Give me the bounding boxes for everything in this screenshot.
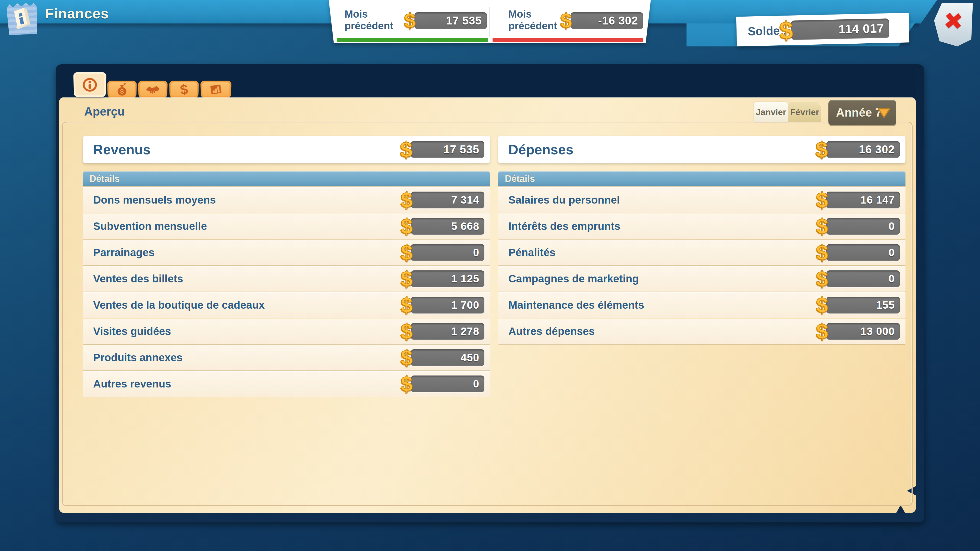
expenses-details-header: Détails [498,171,905,186]
amount-value: 1 700 [451,299,479,311]
currency-icon: $ [401,240,413,265]
handshake-icon [145,83,160,97]
prev-month-expense-label: Mois précédent [508,8,557,32]
currency-icon: $ [400,137,412,162]
currency-icon: $ [401,293,413,318]
year-label: Année 7 [836,106,882,119]
row-label: Produits annexes [93,351,183,364]
currency-icon: $ [401,345,413,370]
currency-icon: $ [779,16,794,44]
balance-banner: Solde : $ 114 017 [737,15,909,44]
row-label: Subvention mensuelle [93,220,207,232]
expense-indicator-bar [493,38,643,42]
amount-pill: $ 7 314 [411,192,484,208]
finance-row: Dons mensuels moyens $ 7 314 [83,187,490,213]
amount-pill: $ 450 [411,349,484,366]
amount-value: 1 278 [451,325,479,338]
close-icon: ✖ [943,7,964,35]
tab-overview[interactable] [73,72,107,97]
finances-book-icon [6,1,38,35]
currency-icon: $ [560,9,572,32]
finance-row: Maintenance des éléments $ 155 [498,292,905,318]
income-total-value: 17 535 [443,143,479,156]
amount-pill: $ 16 147 [826,192,900,208]
row-label: Pénalités [508,246,555,259]
income-title: Revenus [93,141,151,157]
income-rows: Dons mensuels moyens $ 7 314 Subvention … [83,187,490,397]
currency-icon: $ [816,188,828,213]
month-tab-janvier[interactable]: Janvier [754,102,788,122]
row-label: Intérêts des emprunts [508,220,620,232]
tab-statistics[interactable] [200,81,231,98]
tab-pricing[interactable]: $ [169,81,199,98]
amount-pill: $ 0 [411,244,484,261]
frame-notch [896,505,905,513]
amount-value: 155 [876,299,895,311]
amount-value: 16 147 [861,194,895,206]
finance-row: Produits annexes $ 450 [83,345,490,370]
section-title: Aperçu [84,105,124,118]
amount-value: 13 000 [861,325,895,338]
finance-row: Autres revenus $ 0 [83,371,490,397]
currency-icon: $ [816,319,828,344]
currency-icon: $ [401,267,413,291]
currency-icon: $ [816,293,828,318]
amount-pill: $ 155 [826,297,900,313]
finances-screen: Finances Mois précédent $ 17 535 Mois pr… [0,0,980,551]
amount-value: 0 [473,246,479,259]
year-dropdown[interactable]: Année 7 [829,100,896,125]
currency-icon: $ [401,188,413,213]
currency-icon: $ [816,240,828,265]
currency-icon: $ [401,214,413,239]
tab-deals[interactable] [138,81,168,98]
finance-row: Autres dépenses $ 13 000 [498,319,905,344]
month-tab-fevrier[interactable]: Février [788,102,821,122]
page-title: Finances [45,5,109,22]
amount-value: 1 125 [451,273,479,285]
amount-pill: $ 13 000 [826,323,900,340]
finance-row: Pénalités $ 0 [498,240,905,265]
row-label: Maintenance des éléments [508,299,644,311]
row-label: Visites guidées [93,325,171,338]
dollar-icon: $ [177,83,191,97]
prev-month-income-pill: $ 17 535 [414,12,487,29]
amount-pill: $ 0 [826,270,900,287]
month-summary-banner: Mois précédent $ 17 535 Mois précédent $… [329,0,651,43]
row-label: Ventes des billets [93,273,183,285]
currency-icon: $ [816,214,828,239]
expenses-total-value: 16 302 [859,143,895,156]
amount-value: 0 [889,273,895,285]
amount-pill: $ 0 [826,218,900,235]
currency-icon: $ [816,267,828,291]
money-bag-icon: $ [115,83,129,96]
income-details-header: Détails [83,171,490,186]
row-label: Dons mensuels moyens [93,194,216,206]
amount-pill: $ 0 [826,244,900,261]
info-icon [82,77,97,92]
amount-pill: $ 0 [411,375,484,392]
expenses-title: Dépenses [508,141,573,157]
row-label: Salaires du personnel [508,194,620,206]
balance-pill: $ 114 017 [791,18,889,40]
balance-value: 114 017 [838,21,884,36]
amount-value: 450 [461,351,479,364]
close-button[interactable]: ✖ [934,3,973,46]
row-label: Campagnes de marketing [508,273,639,285]
amount-value: 5 668 [451,220,479,232]
currency-icon: $ [816,137,828,162]
finance-row: Ventes des billets $ 1 125 [83,266,490,292]
amount-pill: $ 5 668 [411,218,484,235]
banner-divider [490,6,490,37]
expenses-total-card: Dépenses $ 16 302 [498,136,905,163]
tab-income[interactable]: $ [107,81,137,98]
finance-row: Visites guidées $ 1 278 [83,319,490,344]
finance-row: Subvention mensuelle $ 5 668 [83,213,490,239]
finance-row: Campagnes de marketing $ 0 [498,266,905,292]
income-total-pill: $ 17 535 [411,141,484,158]
svg-text:$: $ [120,88,124,95]
finance-row: Salaires du personnel $ 16 147 [498,187,905,213]
row-label: Autres revenus [93,378,171,390]
prev-month-expense-pill: $ -16 302 [571,12,643,29]
amount-value: 7 314 [451,194,479,206]
expenses-total-pill: $ 16 302 [826,141,900,158]
